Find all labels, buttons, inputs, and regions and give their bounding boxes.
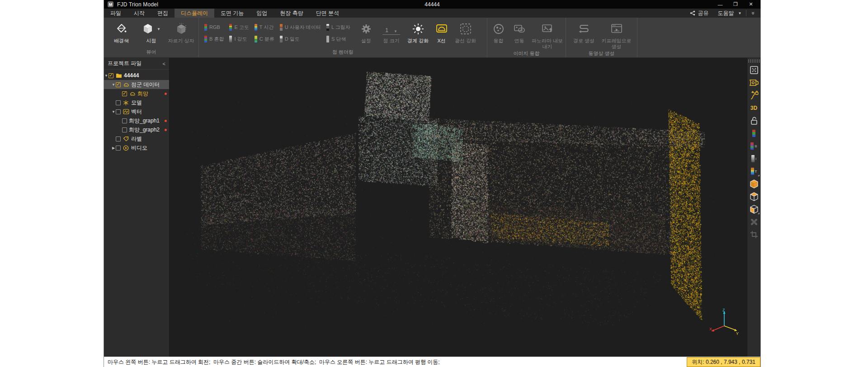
collapse-ribbon-button[interactable]: » (746, 9, 760, 18)
checkbox[interactable] (122, 118, 127, 123)
create-from-keyframes-button[interactable]: 키프레임으로 생성 (599, 21, 634, 50)
tab-survey[interactable]: 현장 측량 (274, 9, 309, 18)
viewport-canvas[interactable] (170, 58, 733, 357)
help-button[interactable]: 도움말 ▼ (713, 9, 746, 18)
expand-arrow-icon[interactable]: ▼ (104, 74, 108, 78)
cube-solid-button[interactable] (748, 179, 760, 189)
tag-icon (123, 136, 129, 142)
status-dot (165, 129, 167, 131)
colorbar-icon (204, 36, 207, 42)
tree-row-heemang-graph2[interactable]: 희망_graph2 (104, 125, 169, 134)
title-bar: M FJD Trion Model 44444 — ❐ ✕ (104, 0, 760, 9)
axis-gizmo[interactable]: Z X Y (709, 308, 739, 338)
checkbox[interactable] (122, 127, 127, 132)
toggle-time[interactable]: T 시간 (255, 22, 274, 32)
cube-side-face-button[interactable] (748, 204, 760, 215)
background-color-button[interactable]: 배경색 (108, 21, 136, 44)
colorbar-rgb-icon (752, 130, 755, 137)
fusion-icon (493, 21, 505, 37)
colorbar-blend-button[interactable]: B (748, 141, 760, 151)
share-button[interactable]: 공유 (685, 9, 713, 18)
colorbar-intensity-button[interactable]: I (748, 153, 760, 164)
viewpoint-button[interactable]: ▼ 시점 (137, 21, 165, 44)
point-size-dropdown[interactable]: 1 ▼ (382, 24, 400, 35)
tree-row-label[interactable]: 라벨 (104, 134, 169, 143)
panorama-view-button[interactable] (748, 77, 760, 88)
edge-enhance-button[interactable]: 경계 강화 (406, 21, 431, 44)
tree-row-heemang[interactable]: 희망 (104, 89, 169, 98)
xray-button[interactable]: X선 (431, 21, 453, 44)
crop-box-button[interactable]: 자르기 상자 (167, 21, 195, 44)
checkbox[interactable] (116, 82, 121, 87)
render-settings-button[interactable]: 설정 (355, 21, 377, 44)
toggle-user-data[interactable]: U 사용자 데이터 (280, 22, 321, 32)
crop-button[interactable] (748, 229, 760, 240)
colorbar-blend-icon (750, 142, 754, 150)
point-size-control[interactable]: 1 ▼ 점 크기 (377, 21, 406, 44)
tab-file[interactable]: 파일 (104, 9, 127, 18)
tab-section-analysis[interactable]: 단면 분석 (310, 9, 345, 18)
page: M FJD Trion Model 44444 — ❐ ✕ 파일 시작 편집 디… (0, 0, 868, 367)
link-button[interactable]: 연동 (509, 21, 530, 44)
tree-row-vector[interactable]: ▼ 벡터 (104, 107, 169, 116)
cube-top-face-button[interactable] (748, 191, 760, 202)
split-button[interactable] (748, 216, 760, 227)
xray-icon (435, 21, 448, 37)
panel-handle-dots[interactable] (748, 59, 760, 63)
fit-view-button[interactable] (748, 65, 760, 75)
3d-mode-button[interactable]: 3D (748, 103, 760, 113)
panel-collapse-button[interactable]: < (163, 61, 165, 66)
ray-enhance-button[interactable]: 광선 강화 (453, 21, 479, 44)
tree-row-heemang-graph1[interactable]: 희망_graph1 (104, 116, 169, 125)
colorbar-rgb-button[interactable] (748, 128, 760, 139)
ribbon-filler (637, 18, 760, 57)
toggle-intensity[interactable]: I 강도 (229, 34, 249, 44)
lock-button[interactable] (748, 115, 760, 126)
minimize-button[interactable]: — (712, 0, 728, 9)
tree-row-44444[interactable]: ▼ 44444 (104, 71, 169, 80)
gear-icon (360, 21, 372, 37)
expand-arrow-icon[interactable]: ▼ (111, 110, 116, 114)
tab-edit[interactable]: 편집 (151, 9, 175, 18)
tree-row-model[interactable]: 모델 (104, 98, 169, 107)
tab-start[interactable]: 시작 (127, 9, 151, 18)
fusion-button[interactable]: 융합 (488, 21, 509, 44)
toggle-rgb[interactable]: RGB (204, 22, 224, 32)
tab-drawing[interactable]: 도면 기능 (214, 9, 250, 18)
project-panel: 프로젝트 파일 < ▼ 44444 ▼ 점군 데이터 (104, 58, 170, 357)
cube-top-face-icon (750, 192, 759, 202)
project-tree: ▼ 44444 ▼ 점군 데이터 희망 (104, 70, 169, 152)
close-button[interactable]: ✕ (743, 0, 759, 9)
checkbox[interactable] (108, 73, 113, 78)
tree-row-pointcloud-data[interactable]: ▼ 점군 데이터 (104, 80, 169, 89)
checkbox[interactable] (122, 91, 127, 96)
panorama-export-button[interactable]: 파노라마 내보내기 (530, 21, 565, 50)
maximize-button[interactable]: ❐ (728, 0, 743, 9)
panorama-view-icon (749, 79, 759, 87)
toggle-density[interactable]: D 밀도 (280, 34, 321, 44)
roam-path-button[interactable]: z (748, 90, 760, 101)
toggle-elevation[interactable]: E 고도 (229, 22, 249, 32)
viewport-3d[interactable]: Z X Y (170, 58, 747, 357)
expand-arrow-icon[interactable]: ▼ (111, 83, 116, 87)
expand-arrow-icon[interactable]: ▶ (111, 146, 116, 150)
status-dot (165, 120, 167, 122)
colorbar-icon (204, 24, 207, 31)
tree-row-video[interactable]: ▶ 비디오 (104, 143, 169, 152)
toggle-shadow[interactable]: L 그림자 (326, 22, 350, 32)
checkbox[interactable] (116, 146, 121, 151)
checkbox[interactable] (116, 109, 121, 114)
tab-display[interactable]: 디스플레이 (175, 9, 214, 18)
app-title: FJD Trion Model (117, 1, 158, 8)
toggle-classification[interactable]: C 분류 (255, 34, 274, 44)
toggle-blend[interactable]: B 혼합 (204, 34, 224, 44)
tab-forestry[interactable]: 임업 (250, 9, 274, 18)
create-path-button[interactable]: 경로 생성 (569, 21, 599, 44)
render-mode-toggles: RGB B 혼합 E 고도 I 강도 T 시간 C 분류 U 사용자 데이터 D… (204, 22, 350, 44)
checkbox[interactable] (116, 136, 121, 141)
paint-bucket-icon (115, 21, 128, 37)
checkbox[interactable] (116, 100, 121, 105)
ribbon-group-point-rendering: RGB B 혼합 E 고도 I 강도 T 시간 C 분류 U 사용자 데이터 D… (199, 18, 487, 57)
colorbar-time-button[interactable]: T (748, 166, 760, 177)
toggle-mono[interactable]: S 단색 (326, 34, 350, 44)
